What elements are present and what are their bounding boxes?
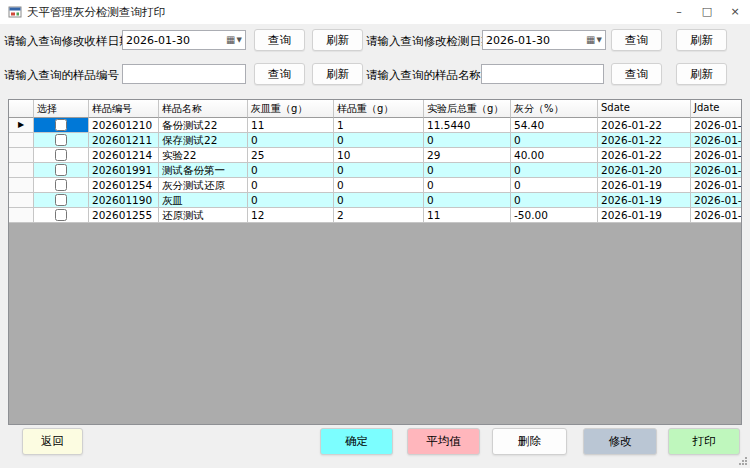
cell[interactable]: 2026-01-22 (691, 118, 742, 133)
cell[interactable]: 2026-01-22 (598, 148, 691, 163)
cell[interactable]: 202601214 (89, 148, 159, 163)
cell[interactable]: 还原测试 (159, 208, 248, 223)
row-select-checkbox-cell[interactable] (34, 178, 89, 193)
calendar-dropdown-icon[interactable]: ▦▼ (583, 31, 605, 49)
column-header-7[interactable]: 灰分（%） (511, 100, 598, 118)
test-date-picker[interactable]: ▦▼ (482, 30, 606, 50)
calendar-dropdown-icon[interactable]: ▦▼ (223, 31, 245, 49)
row-checkbox[interactable] (55, 194, 67, 206)
column-header-5[interactable]: 样品重（g） (334, 100, 424, 118)
column-header-2[interactable]: 样品编号 (89, 100, 159, 118)
maximize-icon[interactable]: □ (692, 0, 722, 24)
cell[interactable]: 0 (511, 163, 598, 178)
column-header-4[interactable]: 灰皿重（g） (248, 100, 334, 118)
cell[interactable]: 202601211 (89, 133, 159, 148)
cell[interactable]: 25 (248, 148, 334, 163)
column-header-8[interactable]: Sdate (598, 100, 691, 118)
row-header[interactable] (9, 148, 34, 163)
cell[interactable]: 202601991 (89, 163, 159, 178)
cell[interactable]: 29 (424, 148, 511, 163)
refresh-sample-number-button[interactable]: 刷新 (312, 63, 363, 85)
refresh-sample-name-button[interactable]: 刷新 (676, 63, 727, 85)
query-receive-date-button[interactable]: 查询 (254, 29, 305, 51)
cell[interactable]: 0 (248, 193, 334, 208)
row-header[interactable] (9, 133, 34, 148)
cell[interactable]: 0 (511, 193, 598, 208)
sample-name-input[interactable] (481, 64, 604, 84)
cell[interactable]: 11 (424, 208, 511, 223)
cell[interactable]: 10 (334, 148, 424, 163)
cell[interactable]: 2026-01-20 (691, 163, 742, 178)
cell[interactable]: 0 (248, 133, 334, 148)
cell[interactable]: 0 (334, 178, 424, 193)
back-button[interactable]: 返回 (22, 428, 83, 455)
cell[interactable]: 2026-01-19 (691, 208, 742, 223)
cell[interactable]: 0 (424, 163, 511, 178)
cell[interactable]: 2026-01-22 (691, 133, 742, 148)
row-select-checkbox-cell[interactable] (34, 118, 89, 133)
cell[interactable]: 2026-01-22 (598, 133, 691, 148)
cell[interactable]: 2026-01-19 (598, 208, 691, 223)
query-sample-number-button[interactable]: 查询 (254, 63, 305, 85)
row-header[interactable] (9, 193, 34, 208)
query-test-date-button[interactable]: 查询 (611, 29, 662, 51)
refresh-receive-date-button[interactable]: 刷新 (312, 29, 363, 51)
current-row-indicator[interactable]: ▶ (9, 118, 34, 133)
sample-number-input[interactable] (122, 64, 246, 84)
cell[interactable]: 0 (424, 178, 511, 193)
cell[interactable]: 0 (511, 178, 598, 193)
minimize-icon[interactable]: – (664, 0, 694, 24)
print-button[interactable]: 打印 (668, 428, 740, 455)
cell[interactable]: 灰皿 (159, 193, 248, 208)
receive-date-picker[interactable]: ▦▼ (122, 30, 246, 50)
row-select-checkbox-cell[interactable] (34, 148, 89, 163)
receive-date-input[interactable] (123, 34, 223, 47)
cell[interactable]: 测试备份第一 (159, 163, 248, 178)
cell[interactable]: 保存测试22 (159, 133, 248, 148)
test-date-input[interactable] (483, 34, 583, 47)
cell[interactable]: 2026-01-19 (598, 178, 691, 193)
cell[interactable]: 2026-01-22 (691, 148, 742, 163)
cell[interactable]: 2026-01-19 (598, 193, 691, 208)
cell[interactable]: 1 (334, 118, 424, 133)
cell[interactable]: 备份测试22 (159, 118, 248, 133)
resize-grip-icon[interactable] (738, 456, 748, 466)
row-select-checkbox-cell[interactable] (34, 193, 89, 208)
cell[interactable]: 0 (334, 163, 424, 178)
cell[interactable]: 11.5440 (424, 118, 511, 133)
cell[interactable]: 0 (334, 133, 424, 148)
cell[interactable]: 2026-01-20 (598, 163, 691, 178)
cell[interactable]: 0 (424, 193, 511, 208)
row-checkbox[interactable] (55, 134, 67, 146)
refresh-test-date-button[interactable]: 刷新 (676, 29, 727, 51)
row-checkbox[interactable] (55, 149, 67, 161)
delete-button[interactable]: 删除 (492, 428, 567, 455)
cell[interactable]: 202601254 (89, 178, 159, 193)
cell[interactable]: 202601255 (89, 208, 159, 223)
row-select-checkbox-cell[interactable] (34, 133, 89, 148)
cell[interactable]: 2026-01-19 (691, 178, 742, 193)
cell[interactable]: 0 (248, 163, 334, 178)
average-button[interactable]: 平均值 (407, 428, 480, 455)
cell[interactable]: 0 (511, 133, 598, 148)
row-checkbox[interactable] (55, 179, 67, 191)
cell[interactable]: -50.00 (511, 208, 598, 223)
cell[interactable]: 54.40 (511, 118, 598, 133)
cell[interactable]: 实验22 (159, 148, 248, 163)
cell[interactable]: 2 (334, 208, 424, 223)
row-checkbox[interactable] (55, 209, 67, 221)
row-select-checkbox-cell[interactable] (34, 208, 89, 223)
column-header-1[interactable]: 选择 (34, 100, 89, 118)
row-checkbox[interactable] (55, 119, 67, 131)
modify-button[interactable]: 修改 (583, 428, 657, 455)
column-header-9[interactable]: Jdate (691, 100, 742, 118)
cell[interactable]: 202601210 (89, 118, 159, 133)
cell[interactable]: 灰分测试还原 (159, 178, 248, 193)
grid-corner-header[interactable] (9, 100, 34, 118)
cell[interactable]: 2026-01-22 (598, 118, 691, 133)
column-header-6[interactable]: 实验后总重（g） (424, 100, 511, 118)
close-icon[interactable]: × (720, 0, 750, 24)
cell[interactable]: 12 (248, 208, 334, 223)
row-select-checkbox-cell[interactable] (34, 163, 89, 178)
cell[interactable]: 202601190 (89, 193, 159, 208)
